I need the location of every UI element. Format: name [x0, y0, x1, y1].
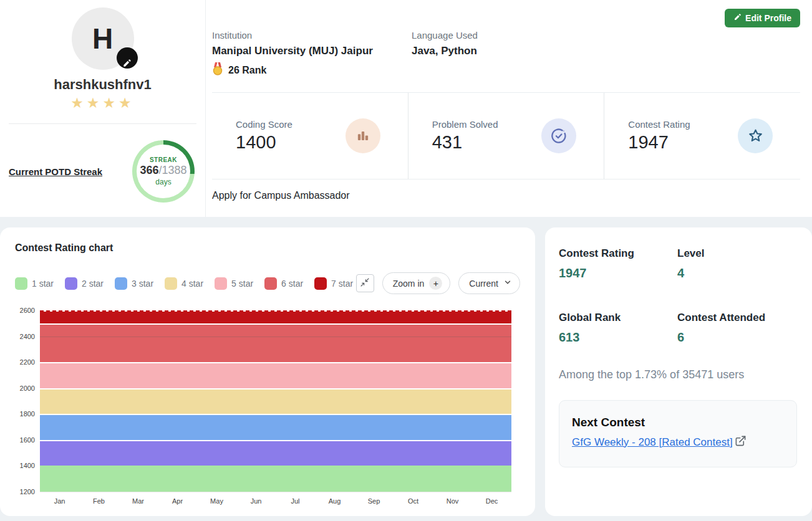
- legend-item-7-star[interactable]: 7 star: [314, 277, 353, 290]
- username: harshkushfnv1: [0, 77, 205, 93]
- divider: [212, 179, 800, 179]
- panel-level: Level 4: [677, 247, 797, 280]
- contest-stats-panel: Contest Rating 1947 Level 4 Global Rank …: [545, 227, 812, 516]
- x-tick-label: Oct: [394, 497, 433, 505]
- band-6-star: [40, 323, 511, 362]
- percentile-text: Among the top 1.73% of 35471 users: [559, 368, 797, 381]
- panel-contest-rating: Contest Rating 1947: [559, 247, 677, 280]
- legend-swatch: [115, 277, 127, 290]
- institution-rank: 26 Rank: [212, 62, 412, 79]
- stat-coding-score: Coding Score 1400: [212, 93, 408, 179]
- legend-item-4-star[interactable]: 4 star: [165, 277, 203, 290]
- chevron-down-icon: [503, 278, 512, 289]
- profile-details: Edit Profile Institution Manipal Univers…: [206, 0, 812, 217]
- streak-title: STREAK: [150, 156, 177, 163]
- stat-label: Coding Score: [236, 119, 292, 130]
- y-tick-label: 2400: [20, 333, 35, 340]
- legend-label: 6 star: [281, 279, 303, 289]
- next-contest-card: Next Contest GfG Weekly - 208 [Rated Con…: [559, 400, 797, 467]
- range-select-value: Current: [469, 279, 498, 289]
- chart-legend: 1 star2 star3 star4 star5 star6 star7 st…: [15, 277, 353, 290]
- y-tick-label: 1400: [20, 462, 35, 469]
- x-tick-label: Aug: [315, 497, 354, 505]
- x-tick-label: Mar: [118, 497, 158, 505]
- potd-streak-link[interactable]: Current POTD Streak: [9, 166, 102, 177]
- lower-section: Contest Rating chart 1 star2 star3 star4…: [0, 217, 812, 521]
- bar-chart-icon: [346, 118, 380, 153]
- stats-row: Coding Score 1400 Problem Solved 431: [212, 93, 800, 179]
- legend-label: 5 star: [231, 279, 253, 289]
- legend-item-5-star[interactable]: 5 star: [215, 277, 253, 290]
- x-tick-label: Apr: [158, 497, 197, 505]
- contest-stats-grid: Contest Rating 1947 Level 4 Global Rank …: [559, 247, 797, 345]
- streak-unit: days: [155, 178, 171, 186]
- divider: [9, 123, 196, 124]
- legend-item-2-star[interactable]: 2 star: [65, 277, 104, 290]
- range-select[interactable]: Current: [458, 272, 520, 294]
- contest-rating-chart-card: Contest Rating chart 1 star2 star3 star4…: [0, 227, 535, 516]
- x-axis: JanFebMarAprMayJunJulAugSepOctNovDec: [40, 497, 511, 505]
- gridline-2400: [40, 337, 511, 337]
- legend-item-1-star[interactable]: 1 star: [15, 277, 54, 290]
- edit-profile-button[interactable]: Edit Profile: [725, 9, 800, 27]
- stat-label: Problem Solved: [432, 119, 498, 130]
- plus-icon: +: [429, 277, 442, 290]
- zoom-in-button[interactable]: Zoom in +: [382, 272, 451, 294]
- institution-label: Institution: [212, 30, 412, 41]
- star-rating: ★★★★: [0, 95, 205, 112]
- profile-header: H harshkushfnv1 ★★★★ Current POTD Streak…: [0, 0, 812, 217]
- legend-label: 7 star: [331, 279, 353, 289]
- stat-contest-rating: Contest Rating 1947: [604, 93, 800, 179]
- legend-item-3-star[interactable]: 3 star: [115, 277, 153, 290]
- language-label: Language Used: [412, 30, 611, 41]
- streak-current: 366: [140, 164, 158, 176]
- medal-icon: [212, 62, 223, 79]
- pencil-icon: [122, 41, 132, 75]
- x-tick-label: Jul: [276, 497, 315, 505]
- next-contest-link[interactable]: GfG Weekly - 208 [Rated Contest]: [572, 436, 733, 449]
- x-tick-label: Sep: [354, 497, 394, 505]
- legend-swatch: [15, 277, 27, 290]
- language-block: Language Used Java, Python: [412, 30, 611, 79]
- panel-value: 613: [559, 330, 677, 345]
- avatar-edit-button[interactable]: [117, 47, 138, 69]
- streak-row: Current POTD Streak STREAK 366/1388 days: [0, 140, 205, 203]
- streak-total: /1388: [159, 164, 187, 176]
- legend-swatch: [65, 277, 77, 290]
- next-contest-title: Next Contest: [572, 416, 784, 429]
- streak-ring: STREAK 366/1388 days: [132, 140, 195, 203]
- chart-controls: Zoom in + Current: [356, 272, 520, 294]
- stat-problem-solved: Problem Solved 431: [408, 93, 604, 179]
- y-tick-label: 2000: [20, 385, 35, 392]
- star-icon: [738, 118, 773, 153]
- y-tick-label: 1200: [20, 488, 35, 495]
- collapse-chart-button[interactable]: [356, 274, 374, 292]
- language-value: Java, Python: [412, 45, 611, 57]
- panel-label: Global Rank: [559, 312, 677, 324]
- campus-ambassador-link[interactable]: Apply for Campus Ambassador: [212, 190, 350, 201]
- info-row: Institution Manipal University (MUJ) Jai…: [212, 30, 800, 79]
- x-tick-label: Dec: [472, 497, 511, 505]
- legend-label: 3 star: [132, 279, 153, 289]
- panel-label: Contest Rating: [559, 247, 677, 260]
- rating-chart[interactable]: 12001400160018002000220024002600 JanFebM…: [15, 310, 520, 505]
- avatar: H: [72, 7, 134, 70]
- chart-plot: 12001400160018002000220024002600: [40, 310, 511, 492]
- edit-profile-label: Edit Profile: [745, 13, 791, 23]
- chart-toolbar: 1 star2 star3 star4 star5 star6 star7 st…: [15, 272, 520, 294]
- x-tick-label: May: [197, 497, 236, 505]
- panel-value: 6: [677, 330, 797, 345]
- zoom-in-label: Zoom in: [393, 279, 425, 289]
- band-3-star: [40, 414, 511, 440]
- band-7-star: [40, 310, 511, 323]
- avatar-letter: H: [92, 22, 113, 55]
- band-4-star: [40, 388, 511, 414]
- x-tick-label: Feb: [79, 497, 118, 505]
- legend-item-6-star[interactable]: 6 star: [264, 277, 303, 290]
- band-2-star: [40, 440, 511, 466]
- legend-swatch: [314, 277, 327, 290]
- profile-sidebar: H harshkushfnv1 ★★★★ Current POTD Streak…: [0, 0, 206, 217]
- legend-label: 2 star: [82, 279, 104, 289]
- band-5-star: [40, 362, 511, 388]
- legend-swatch: [264, 277, 277, 290]
